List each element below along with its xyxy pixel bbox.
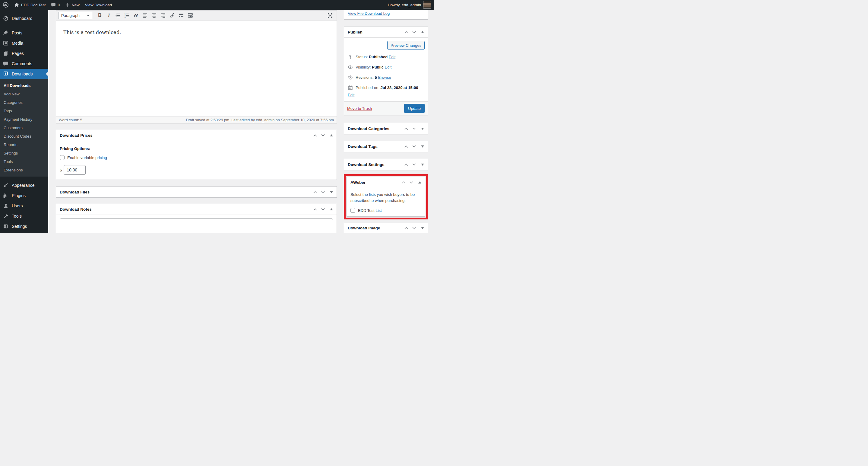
- update-button[interactable]: Update: [404, 104, 425, 113]
- italic-button[interactable]: I: [104, 11, 114, 19]
- metabox-header[interactable]: Publish: [344, 27, 428, 38]
- toggle-panel-button[interactable]: [421, 145, 424, 148]
- sidebar-item-downloads[interactable]: Downloads: [0, 69, 48, 79]
- format-select-value: Paragraph: [61, 13, 80, 18]
- toggle-panel-button[interactable]: [330, 134, 333, 137]
- numbered-list-button[interactable]: 123: [122, 11, 131, 19]
- view-file-download-log-link[interactable]: View File Download Log: [348, 11, 390, 16]
- sidebar-item-media[interactable]: Media: [0, 38, 48, 48]
- bulleted-list-button[interactable]: [114, 11, 122, 19]
- view-download-link[interactable]: View Download: [82, 0, 115, 10]
- move-down-button[interactable]: [412, 227, 416, 229]
- move-down-button[interactable]: [321, 134, 325, 137]
- paragraph-format-select[interactable]: Paragraph: [58, 12, 92, 19]
- toggle-panel-button[interactable]: [421, 227, 424, 229]
- move-down-button[interactable]: [412, 145, 416, 148]
- metabox-header[interactable]: Download Settings: [344, 159, 428, 170]
- move-down-button[interactable]: [412, 163, 416, 166]
- sidebar-item-plugins[interactable]: Plugins: [0, 191, 48, 201]
- variable-pricing-checkbox[interactable]: [60, 155, 65, 160]
- align-right-button[interactable]: [159, 11, 168, 19]
- bold-button[interactable]: B: [95, 11, 104, 19]
- fullscreen-button[interactable]: [326, 11, 335, 19]
- sidebar-item-settings[interactable]: Settings: [0, 221, 48, 232]
- move-down-button[interactable]: [321, 191, 325, 194]
- toggle-panel-button[interactable]: [330, 208, 333, 210]
- submenu-all-downloads[interactable]: All Downloads: [0, 81, 48, 90]
- sidebar-item-dashboard[interactable]: Dashboard: [0, 13, 48, 24]
- editor-statusbar: Word count: 5 Draft saved at 2:53:29 pm.…: [56, 117, 337, 123]
- move-down-button[interactable]: [409, 181, 413, 184]
- submenu-add-new[interactable]: Add New: [0, 90, 48, 98]
- submenu-tags[interactable]: Tags: [0, 107, 48, 115]
- comments-link[interactable]: 0: [48, 0, 62, 10]
- sidebar-item-posts[interactable]: Posts: [0, 28, 48, 38]
- move-to-trash-link[interactable]: Move to Trash: [347, 106, 372, 111]
- sidebar-item-comments[interactable]: Comments: [0, 59, 48, 69]
- move-down-button[interactable]: [412, 127, 416, 130]
- move-up-button[interactable]: [313, 191, 317, 194]
- download-notes-textarea[interactable]: [60, 219, 333, 233]
- content-editor: Paragraph B I 123: [56, 10, 337, 123]
- sidebar-item-pages[interactable]: Pages: [0, 48, 48, 59]
- price-input[interactable]: [64, 165, 86, 175]
- move-down-button[interactable]: [412, 31, 416, 33]
- toggle-panel-button[interactable]: [421, 31, 424, 33]
- edit-status-link[interactable]: Edit: [389, 55, 395, 59]
- sidebar-item-appearance[interactable]: Appearance: [0, 180, 48, 191]
- new-content-button[interactable]: New: [63, 0, 82, 10]
- blockquote-button[interactable]: [131, 11, 141, 19]
- sidebar-item-tools[interactable]: Tools: [0, 211, 48, 221]
- metabox-header[interactable]: Download Categories: [344, 123, 428, 134]
- editor-content-area[interactable]: This is a test download.: [56, 21, 337, 117]
- align-left-button[interactable]: [141, 11, 150, 19]
- metabox-header[interactable]: Download Files: [56, 186, 337, 197]
- move-up-button[interactable]: [401, 181, 406, 184]
- submenu-customers[interactable]: Customers: [0, 123, 48, 132]
- submenu-label: All Downloads: [4, 83, 31, 88]
- toggle-panel-button[interactable]: [418, 181, 421, 183]
- submenu-reports[interactable]: Reports: [0, 140, 48, 149]
- admin-sidebar: Dashboard Posts Media Pages: [0, 10, 48, 233]
- wordpress-menu-button[interactable]: [0, 0, 11, 10]
- toggle-panel-button[interactable]: [330, 191, 333, 193]
- move-down-button[interactable]: [321, 208, 325, 211]
- toggle-panel-button[interactable]: [421, 128, 424, 130]
- move-up-button[interactable]: [313, 134, 317, 137]
- keyboard-shortcuts-button[interactable]: [186, 11, 195, 19]
- edit-published-link[interactable]: Edit: [348, 93, 354, 97]
- metabox-header[interactable]: Download Tags: [344, 141, 428, 152]
- revisions-row: Revisions: 5 Browse: [344, 75, 428, 81]
- submenu-discount-codes[interactable]: Discount Codes: [0, 132, 48, 140]
- move-up-button[interactable]: [404, 145, 408, 148]
- user-avatar[interactable]: [423, 1, 431, 9]
- preview-changes-button[interactable]: Preview Changes: [387, 41, 425, 50]
- plus-icon: [65, 3, 70, 7]
- submenu-payment-history[interactable]: Payment History: [0, 115, 48, 123]
- submenu-settings[interactable]: Settings: [0, 149, 48, 157]
- more-tag-button[interactable]: [177, 11, 186, 19]
- move-up-button[interactable]: [313, 208, 317, 211]
- metabox-header[interactable]: Download Prices: [56, 130, 337, 141]
- sidebar-item-users[interactable]: Users: [0, 201, 48, 211]
- move-up-button[interactable]: [404, 163, 408, 166]
- admin-bar-account[interactable]: Howdy, edd_admin: [388, 1, 434, 9]
- insert-link-button[interactable]: [168, 11, 177, 19]
- status-value: Published: [369, 55, 388, 59]
- move-up-button[interactable]: [404, 227, 408, 229]
- site-name-label: EDD Doc Test: [21, 3, 45, 7]
- metabox-header[interactable]: AWeber: [347, 177, 425, 188]
- edd-test-list-checkbox[interactable]: [350, 208, 355, 213]
- toggle-panel-button[interactable]: [421, 164, 424, 166]
- submenu-categories[interactable]: Categories: [0, 98, 48, 107]
- browse-revisions-link[interactable]: Browse: [378, 75, 391, 80]
- edit-visibility-link[interactable]: Edit: [385, 65, 392, 69]
- move-up-button[interactable]: [404, 31, 408, 33]
- align-center-button[interactable]: [150, 11, 159, 19]
- metabox-header[interactable]: Download Notes: [56, 204, 337, 215]
- site-name-link[interactable]: EDD Doc Test: [11, 0, 48, 10]
- move-up-button[interactable]: [404, 127, 408, 130]
- metabox-header[interactable]: Download Image: [344, 223, 428, 233]
- submenu-extensions[interactable]: Extensions: [0, 166, 48, 174]
- submenu-tools[interactable]: Tools: [0, 157, 48, 166]
